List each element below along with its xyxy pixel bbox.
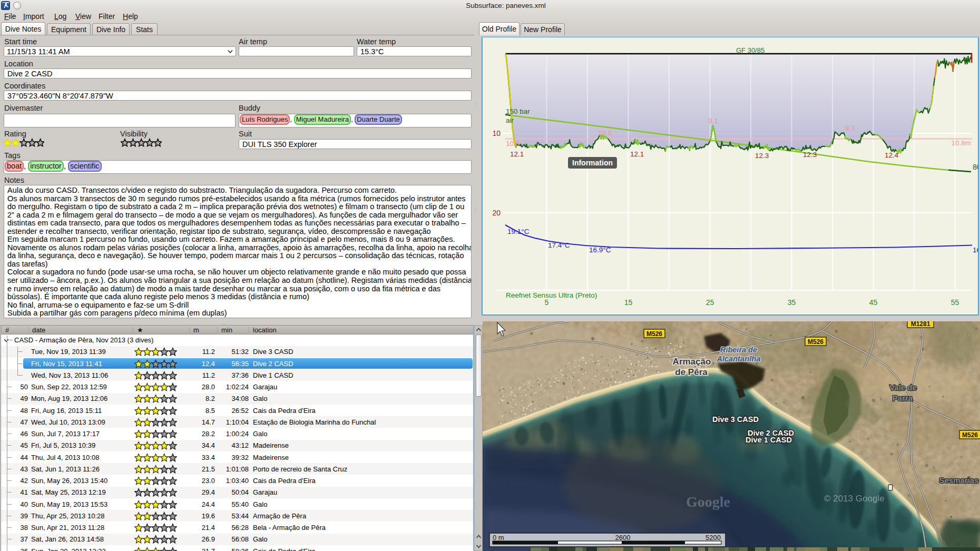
svg-text:80: 80 <box>973 163 978 171</box>
svg-text:M526: M526 <box>808 338 824 346</box>
svg-text:17.4°C: 17.4°C <box>548 241 570 249</box>
svg-text:M1281: M1281 <box>911 321 930 328</box>
svg-text:9.7: 9.7 <box>845 124 855 132</box>
svg-text:15: 15 <box>624 298 633 307</box>
svg-text:2600: 2600 <box>615 534 631 542</box>
svg-text:19.1°C: 19.1°C <box>507 228 530 235</box>
svg-text:Information: Information <box>572 159 613 167</box>
svg-text:12.1: 12.1 <box>510 150 524 158</box>
svg-text:Ribeira de: Ribeira de <box>720 346 757 354</box>
svg-text:150 bar: 150 bar <box>506 107 530 115</box>
svg-text:Armação: Armação <box>673 357 711 367</box>
svg-text:12.4: 12.4 <box>885 151 899 159</box>
svg-text:10.8m: 10.8m <box>951 139 971 147</box>
svg-text:10.8: 10.8 <box>506 140 520 147</box>
svg-text:10: 10 <box>492 129 501 137</box>
svg-text:Dive 3 CASD: Dive 3 CASD <box>712 415 759 424</box>
svg-text:Parra: Parra <box>893 393 913 402</box>
svg-text:0 m: 0 m <box>493 534 504 542</box>
svg-text:Alcantarilha: Alcantarilha <box>717 355 761 363</box>
svg-text:© 2013 Google: © 2013 Google <box>824 494 885 504</box>
svg-text:12.3: 12.3 <box>803 151 817 159</box>
svg-text:Sesmarias: Sesmarias <box>939 476 978 485</box>
svg-text:GF 30/85: GF 30/85 <box>736 46 765 54</box>
svg-text:M526: M526 <box>962 431 978 439</box>
svg-text:25: 25 <box>706 298 714 307</box>
svg-text:35: 35 <box>788 298 796 307</box>
svg-text:Google: Google <box>686 494 730 510</box>
svg-text:12.1: 12.1 <box>630 150 644 158</box>
svg-text:M526: M526 <box>646 330 662 338</box>
svg-text:45: 45 <box>869 298 878 307</box>
svg-text:Reefnet Sensus Ultra (Preto): Reefnet Sensus Ultra (Preto) <box>506 291 597 299</box>
svg-text:9.1: 9.1 <box>708 117 718 125</box>
svg-text:16.8°C: 16.8°C <box>973 246 978 254</box>
svg-text:Dive 1 CASD: Dive 1 CASD <box>746 436 792 444</box>
svg-text:de Pêra: de Pêra <box>675 367 708 377</box>
svg-text:Vale de: Vale de <box>889 383 917 392</box>
svg-text:10.5: 10.5 <box>598 129 612 137</box>
svg-text:12.3: 12.3 <box>755 152 769 160</box>
svg-text:55: 55 <box>951 298 959 307</box>
svg-text:16.9°C: 16.9°C <box>589 246 611 254</box>
svg-text:5200: 5200 <box>705 534 721 542</box>
svg-text:air: air <box>506 116 514 124</box>
svg-text:5: 5 <box>545 298 549 307</box>
svg-text:20: 20 <box>492 209 501 217</box>
